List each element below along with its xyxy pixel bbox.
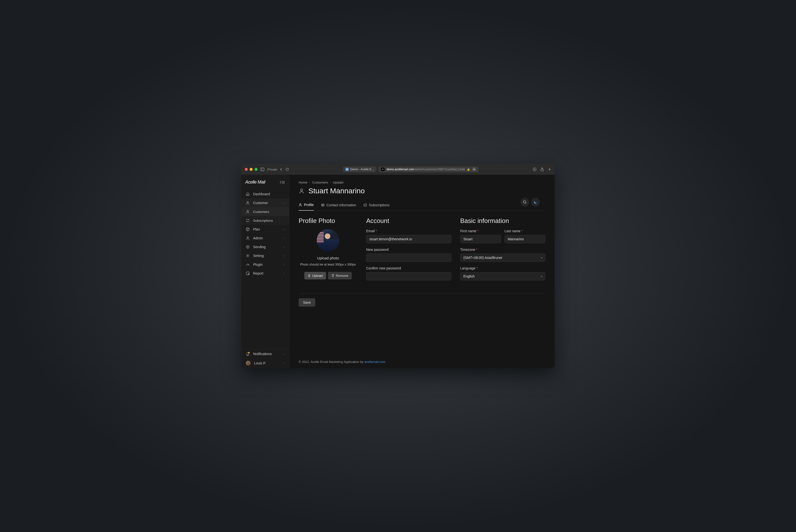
- sidebar-item-setting[interactable]: Setting ›: [241, 251, 289, 260]
- svg-point-15: [301, 189, 303, 191]
- confirm-password-label: Confirm new password: [366, 266, 451, 270]
- sidebar-item-label: Customers: [253, 210, 269, 214]
- sidebar-item-customers[interactable]: Customers: [241, 207, 289, 216]
- svg-point-7: [247, 202, 248, 203]
- lastname-field[interactable]: [505, 235, 545, 243]
- section-title-account: Account: [366, 217, 451, 225]
- check-icon: [363, 203, 367, 207]
- sidebar: Acelle Mail Dashboard Customer ⌄: [241, 175, 289, 368]
- chevron-right-icon: ›: [284, 254, 285, 257]
- sidebar-item-admin[interactable]: Admin ›: [241, 234, 289, 243]
- svg-point-18: [322, 204, 323, 205]
- chevron-down-icon: ⌄: [282, 202, 285, 205]
- sidebar-item-customer[interactable]: Customer ⌄: [241, 198, 289, 207]
- chevron-right-icon: ›: [284, 263, 285, 266]
- basic-information-section: Basic information First name * Last name…: [460, 217, 545, 285]
- breadcrumb-customers[interactable]: Customers: [312, 180, 328, 184]
- search-button[interactable]: [520, 198, 529, 207]
- tab-profile[interactable]: Profile: [299, 203, 314, 211]
- more-icon[interactable]: •••: [472, 167, 476, 171]
- sidebar-item-label: Report: [253, 271, 263, 275]
- profile-photo-section: Profile Photo Upload photo Photo should …: [299, 217, 357, 285]
- svg-point-9: [247, 236, 248, 238]
- user-icon: [299, 188, 304, 194]
- email-field[interactable]: [366, 235, 451, 243]
- confirm-password-field[interactable]: [366, 272, 451, 281]
- gauge-icon: [246, 263, 250, 266]
- minimize-window-button[interactable]: [250, 168, 252, 171]
- upload-icon: [308, 274, 310, 277]
- logo[interactable]: Acelle Mail: [245, 179, 265, 185]
- svg-point-8: [247, 210, 248, 212]
- tab-label: Profile: [304, 203, 314, 207]
- private-label: Private: [267, 168, 277, 171]
- avatar: [246, 361, 251, 366]
- reload-button[interactable]: [285, 168, 289, 171]
- upload-button[interactable]: Upload: [304, 272, 326, 280]
- tab-title: Demo - Acelle E...: [350, 168, 374, 171]
- share-icon[interactable]: [541, 167, 544, 171]
- report-icon: [246, 271, 250, 275]
- sidebar-item-label: Customer: [253, 201, 268, 205]
- sidebar-item-report[interactable]: Report ›: [241, 269, 289, 278]
- sidebar-toggle-icon[interactable]: [261, 168, 264, 171]
- browser-toolbar: Private M Demo - Acelle E... ✕ demo.acel…: [241, 164, 555, 175]
- theme-toggle-button[interactable]: [531, 198, 540, 207]
- maximize-window-button[interactable]: [254, 168, 258, 171]
- timezone-select[interactable]: (GMT+08:00) Asia/Brunei: [460, 253, 545, 262]
- user-icon: [246, 210, 250, 214]
- breadcrumb-home[interactable]: Home: [299, 180, 307, 184]
- nav: Dashboard Customer ⌄ Customers Subscript…: [241, 188, 289, 349]
- sidebar-item-label: Notifications: [253, 352, 272, 356]
- sidebar-item-dashboard[interactable]: Dashboard: [241, 190, 289, 198]
- sidebar-item-sending[interactable]: Sending ›: [241, 243, 289, 251]
- sidebar-collapse-icon[interactable]: [280, 180, 285, 184]
- url-favicon-icon: ✕: [381, 168, 384, 171]
- footer-link[interactable]: acellemail.com: [364, 360, 385, 364]
- trash-icon: [331, 274, 334, 277]
- sidebar-item-subscriptions[interactable]: Subscriptions: [241, 216, 289, 225]
- tab-subscriptions[interactable]: Subscriptions: [363, 203, 390, 210]
- contact-icon: [321, 203, 325, 207]
- footer: © 2022. Acelle Email Marketing Applicati…: [289, 356, 555, 368]
- refresh-icon: [246, 218, 250, 223]
- breadcrumb-update: Update: [333, 180, 344, 184]
- language-select[interactable]: English: [460, 272, 545, 281]
- chevron-right-icon: ›: [284, 272, 285, 275]
- chevron-right-icon: ›: [284, 236, 285, 240]
- address-bar[interactable]: ✕ demo.acellemail.com/admin/customers/59…: [379, 166, 478, 172]
- new-password-field[interactable]: [366, 253, 451, 262]
- sidebar-item-user[interactable]: Louis P. ›: [241, 358, 289, 368]
- sidebar-item-plugin[interactable]: Plugin ›: [241, 260, 289, 269]
- save-button[interactable]: Save: [299, 298, 315, 307]
- sidebar-item-label: Plan: [253, 227, 260, 231]
- tab-favicon-icon: M: [345, 168, 349, 171]
- chevron-right-icon: ›: [330, 181, 331, 184]
- chevron-right-icon: ›: [309, 181, 310, 184]
- downloads-icon[interactable]: [533, 167, 536, 171]
- tabs: Profile Contact information Subscription…: [299, 203, 545, 211]
- account-section: Account Email * New password Confirm new…: [366, 217, 451, 285]
- avatar: [317, 229, 339, 251]
- firstname-label: First name *: [460, 229, 501, 233]
- page-title: Stuart Mannarino: [308, 187, 365, 195]
- browser-tab[interactable]: M Demo - Acelle E...: [343, 166, 376, 172]
- new-tab-icon[interactable]: [548, 168, 551, 171]
- back-button[interactable]: [280, 168, 282, 171]
- sidebar-item-plan[interactable]: Plan ›: [241, 225, 289, 234]
- sidebar-user-name: Louis P.: [254, 361, 266, 365]
- svg-point-20: [523, 201, 526, 203]
- section-title-basic: Basic information: [460, 217, 545, 225]
- chevron-right-icon: ›: [284, 245, 285, 248]
- section-title-photo: Profile Photo: [299, 217, 357, 225]
- remove-button[interactable]: Remove: [328, 272, 352, 280]
- close-window-button[interactable]: [245, 168, 248, 171]
- firstname-field[interactable]: [460, 235, 501, 243]
- sidebar-item-label: Plugin: [253, 263, 263, 266]
- new-password-label: New password: [366, 248, 451, 251]
- sidebar-item-notifications[interactable]: Notifications ›: [241, 349, 289, 358]
- tab-contact-information[interactable]: Contact information: [321, 203, 356, 210]
- sidebar-item-label: Dashboard: [253, 192, 270, 196]
- sidebar-item-label: Subscriptions: [253, 219, 273, 223]
- email-label: Email *: [366, 229, 451, 233]
